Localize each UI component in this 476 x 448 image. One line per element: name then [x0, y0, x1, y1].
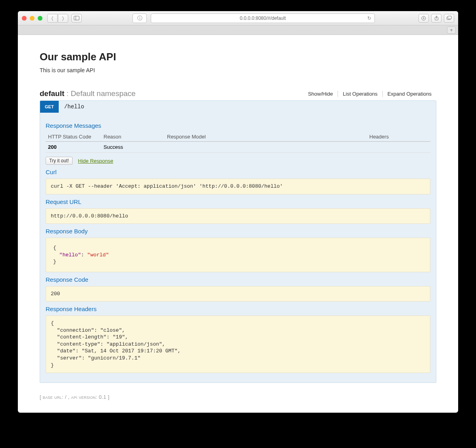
svg-rect-0	[74, 16, 79, 20]
operation-path: /hello	[59, 104, 84, 110]
response-code-box: 200	[46, 286, 430, 302]
close-icon[interactable]	[22, 16, 27, 21]
downloads-button[interactable]	[418, 14, 429, 23]
response-messages-heading: Response Messages	[46, 122, 430, 129]
col-model: Response Model	[165, 132, 367, 142]
api-title: Our sample API	[40, 51, 436, 63]
expand-operations-link[interactable]: Expand Operations	[383, 91, 436, 97]
show-hide-link[interactable]: Show/Hide	[303, 91, 338, 97]
method-badge: GET	[40, 101, 59, 113]
request-url-heading: Request URL	[46, 198, 430, 205]
footer-info: [ base url: / , api version: 0.1 ]	[40, 394, 436, 400]
minimize-icon[interactable]	[30, 16, 35, 21]
response-body-box: { "hello": "world" }	[46, 238, 430, 272]
namespace-header: default : Default namespace Show/Hide Li…	[40, 89, 436, 98]
table-row: 200 Success	[46, 142, 430, 153]
url-bar[interactable]: 0.0.0.0:8080/#/default ↻	[151, 13, 375, 23]
list-operations-link[interactable]: List Operations	[338, 91, 382, 97]
svg-rect-5	[448, 16, 451, 19]
browser-window: 〈 〉 ⓘ 0.0.0.0:8080/#/default ↻ + Ou	[18, 11, 458, 413]
site-info-button[interactable]: ⓘ	[132, 13, 147, 23]
cell-reason: Success	[101, 142, 165, 153]
curl-heading: Curl	[46, 169, 430, 175]
sidebar-toggle-button[interactable]	[71, 14, 82, 23]
url-text: 0.0.0.0:8080/#/default	[240, 15, 286, 21]
response-messages-table: HTTP Status Code Reason Response Model H…	[46, 132, 430, 153]
namespace-desc: Default namespace	[71, 89, 136, 98]
page-content: Our sample API This is our sample API de…	[18, 35, 458, 413]
response-code-heading: Response Code	[46, 276, 430, 283]
try-it-out-button[interactable]: Try it out!	[46, 157, 73, 165]
titlebar: 〈 〉 ⓘ 0.0.0.0:8080/#/default ↻	[18, 11, 458, 25]
operation-body: Response Messages HTTP Status Code Reaso…	[40, 113, 436, 383]
hide-response-link[interactable]: Hide Response	[78, 158, 113, 164]
toolbar-right	[418, 14, 454, 23]
namespace-actions: Show/Hide List Operations Expand Operati…	[303, 91, 436, 97]
response-headers-heading: Response Headers	[46, 306, 430, 312]
col-reason: Reason	[101, 132, 165, 142]
forward-button[interactable]: 〉	[58, 14, 68, 23]
window-controls	[22, 16, 42, 21]
maximize-icon[interactable]	[38, 16, 42, 21]
api-description: This is our sample API	[40, 67, 436, 73]
tabs-button[interactable]	[444, 14, 454, 23]
share-button[interactable]	[431, 14, 441, 23]
request-url-box: http://0.0.0.0:8080/hello	[46, 208, 430, 224]
nav-buttons: 〈 〉	[47, 14, 68, 23]
namespace-name[interactable]: default	[40, 89, 64, 98]
curl-box: curl -X GET --header 'Accept: applicatio…	[46, 179, 430, 194]
operation-block: GET /hello Response Messages HTTP Status…	[40, 100, 436, 383]
tabs-strip: +	[18, 25, 458, 35]
back-button[interactable]: 〈	[47, 14, 58, 23]
new-tab-button[interactable]: +	[447, 27, 456, 34]
operation-header[interactable]: GET /hello	[40, 101, 436, 113]
cell-status: 200	[46, 142, 101, 153]
col-status: HTTP Status Code	[46, 132, 101, 142]
col-headers: Headers	[367, 132, 430, 142]
response-body-heading: Response Body	[46, 228, 430, 235]
reload-icon[interactable]: ↻	[367, 15, 371, 21]
response-headers-box: { "connection": "close", "content-length…	[46, 315, 430, 373]
